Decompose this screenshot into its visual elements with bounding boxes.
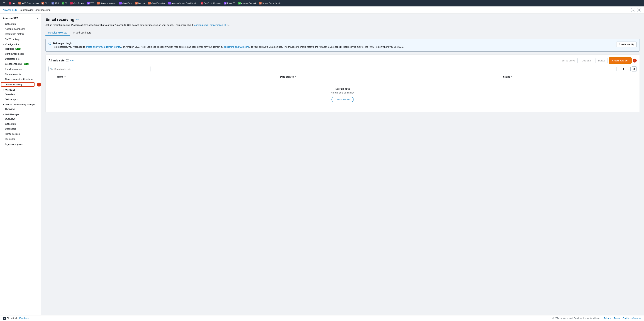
rule-sets-table: Name ▼ Date created ▼ Status ▼ No rule s… <box>48 74 637 109</box>
terms-link[interactable]: Terms <box>614 317 620 319</box>
sidebar-item-mm-setup[interactable]: Get set up <box>0 121 41 126</box>
panel-info-link[interactable]: Info <box>70 59 74 62</box>
iam-icon: I <box>9 2 11 5</box>
page-description: Set up receipt rules and IP address filt… <box>46 23 640 27</box>
sidebar-item-email-templates[interactable]: Email templates <box>0 67 41 72</box>
sidebar-section-mailmanager[interactable]: ▼ Mail Manager <box>0 112 41 116</box>
nav-lambda[interactable]: λ Lambda <box>134 1 147 6</box>
breadcrumb-service-link[interactable]: Amazon SES <box>3 9 17 11</box>
sidebar-item-suppression-list[interactable]: Suppression list <box>0 72 41 77</box>
tab-ip-address-filters[interactable]: IP address filters <box>70 30 94 36</box>
sidebar-item-mm-dashboard[interactable]: Dashboard <box>0 126 41 131</box>
annotation-2: 2 <box>633 59 637 63</box>
page-info-link[interactable]: Info <box>76 18 79 21</box>
sidebar-section-workmail[interactable]: ▼ WorkMail <box>0 87 41 92</box>
sidebar-item-mm-rule-sets[interactable]: Rule sets <box>0 136 41 141</box>
sidebar-item-identities[interactable]: Identities New <box>0 46 41 51</box>
privacy-link[interactable]: Privacy <box>604 317 611 319</box>
tab-receipt-rule-sets[interactable]: Receipt rule sets <box>46 30 70 36</box>
th-name: Name ▼ <box>56 75 279 79</box>
sidebar-item-dedicated-ips[interactable]: Dedicated IPs <box>0 56 41 61</box>
table-settings-button[interactable]: ⚙ <box>632 66 637 71</box>
annotation-1: 1 <box>37 83 41 87</box>
panel-title: All rule sets (0) Info <box>48 59 74 62</box>
footer-left: ▮ CloudShell Feedback <box>3 317 29 320</box>
external-icon: ➚ <box>228 24 230 26</box>
main-content: Email receiving Info Set up receipt rule… <box>41 14 644 315</box>
email-receiving-row: Email receiving 1 <box>0 82 41 87</box>
create-verify-link[interactable]: create and verify a domain identity <box>86 46 121 48</box>
feedback-link[interactable]: Feedback <box>19 317 29 319</box>
nav-codedeploy[interactable]: C CodeDeploy <box>69 1 86 6</box>
duplicate-button[interactable]: Duplicate <box>579 58 594 63</box>
nav-route53[interactable]: R Route 53 <box>223 1 236 6</box>
panel-header: All rule sets (0) Info Set as active Dup… <box>48 58 637 64</box>
settings-icon[interactable]: ⚙ <box>637 8 641 12</box>
search-rule-sets-input[interactable] <box>48 66 150 72</box>
nav-ses[interactable]: S Amazon Simple Email Service <box>167 1 199 6</box>
set-as-active-button[interactable]: Set as active <box>559 58 578 63</box>
info-banner: ⓘ Before you begin To get started, you f… <box>46 39 640 52</box>
sidebar-item-workmail-overview[interactable]: Overview <box>0 92 41 97</box>
sidebar-item-mm-traffic[interactable]: Traffic policies <box>0 131 41 136</box>
sidebar-item-get-set-up[interactable]: Get set up <box>0 22 41 27</box>
nav-s3[interactable]: S S3 <box>60 1 68 6</box>
sidebar-item-mm-overview[interactable]: Overview <box>0 116 41 121</box>
sidebar-item-account-dashboard[interactable]: Account dashboard <box>0 27 41 32</box>
lambda-icon: λ <box>135 2 138 5</box>
hamburger-menu[interactable]: ☰ <box>2 0 7 6</box>
nav-acm[interactable]: C Certificate Manager <box>200 1 222 6</box>
sort-name-icon[interactable]: ▼ <box>64 76 66 78</box>
acm-icon: C <box>201 2 203 5</box>
sidebar-item-reputation-metrics[interactable]: Reputation metrics <box>0 32 41 37</box>
nav-aws-org[interactable]: O AWS Organizations <box>17 1 40 6</box>
create-rule-set-button[interactable]: Create rule set <box>609 58 631 64</box>
sort-date-icon[interactable]: ▼ <box>295 76 296 78</box>
sidebar-item-mm-ingress[interactable]: Ingress endpoints <box>0 142 41 147</box>
sidebar-item-email-receiving[interactable]: Email receiving <box>1 82 34 87</box>
sidebar-section-configuration[interactable]: ▼ Configuration <box>0 42 41 46</box>
select-all-checkbox[interactable] <box>51 76 53 78</box>
ssm-icon: S <box>97 2 100 5</box>
mx-record-link[interactable]: publishing an MX record <box>224 46 249 48</box>
cloudfront-icon: C <box>119 2 122 5</box>
nav-ec2[interactable]: E EC2 <box>40 1 50 6</box>
nav-vpc[interactable]: V VPC <box>86 1 96 6</box>
table-header: Name ▼ Date created ▼ Status ▼ <box>48 74 637 80</box>
prev-page-button[interactable]: ‹ <box>616 67 621 71</box>
footer: ▮ CloudShell Feedback © 2024, Amazon Web… <box>0 315 644 321</box>
next-page-button[interactable]: › <box>626 67 630 71</box>
description-link[interactable]: receiving email with Amazon SES <box>194 24 228 26</box>
rule-sets-panel: All rule sets (0) Info Set as active Dup… <box>46 54 640 112</box>
nav-iam[interactable]: I IAM <box>8 1 17 6</box>
cloudshell-button[interactable]: ▮ CloudShell <box>3 317 17 320</box>
info-circle-icon[interactable]: ⓘ <box>631 8 635 12</box>
breadcrumb-bar: Amazon SES › Configuration: Email receiv… <box>0 7 644 14</box>
nav-bedrock[interactable]: B Amazon Bedrock <box>237 1 258 6</box>
breadcrumb-current: Configuration: Email receiving <box>20 9 50 11</box>
main-layout: Amazon SES ‹ Get set up Account dashboar… <box>0 14 644 315</box>
breadcrumb-separator: › <box>18 9 18 11</box>
empty-state: No rule sets No rule sets to display. Cr… <box>48 80 637 109</box>
sidebar-item-vdm-overview[interactable]: Overview <box>0 107 41 112</box>
cookie-preferences-link[interactable]: Cookie preferences <box>622 317 641 319</box>
bedrock-icon: B <box>238 2 240 5</box>
create-rule-set-empty-button[interactable]: Create rule set <box>332 97 354 102</box>
create-identity-button[interactable]: Create identity <box>616 42 637 47</box>
sidebar-item-smtp-settings[interactable]: SMTP settings <box>0 37 41 42</box>
sidebar-collapse-button[interactable]: ‹ <box>37 17 38 20</box>
nav-cloudformation[interactable]: C CloudFormation <box>147 1 166 6</box>
nav-cloudfront[interactable]: C CloudFront <box>118 1 133 6</box>
nav-sqs[interactable]: S Simple Queue Service <box>258 1 283 6</box>
sidebar-item-cross-account[interactable]: Cross-account notifications <box>0 77 41 82</box>
sidebar-section-vdm[interactable]: ▼ Virtual Deliverability Manager <box>0 102 41 107</box>
sidebar-item-config-sets[interactable]: Configuration sets <box>0 51 41 56</box>
sort-status-icon[interactable]: ▼ <box>511 76 513 78</box>
nav-rds[interactable]: R RDS <box>50 1 60 6</box>
delete-button[interactable]: Delete <box>596 58 608 63</box>
sidebar-item-workmail-setup[interactable]: Get set up ➚ <box>0 97 41 102</box>
sidebar-item-global-endpoints[interactable]: Global endpoints New <box>0 61 41 66</box>
codedeploy-icon: C <box>70 2 73 5</box>
nav-ssm[interactable]: S Systems Manager <box>96 1 118 6</box>
info-banner-icon: ⓘ <box>48 42 51 49</box>
